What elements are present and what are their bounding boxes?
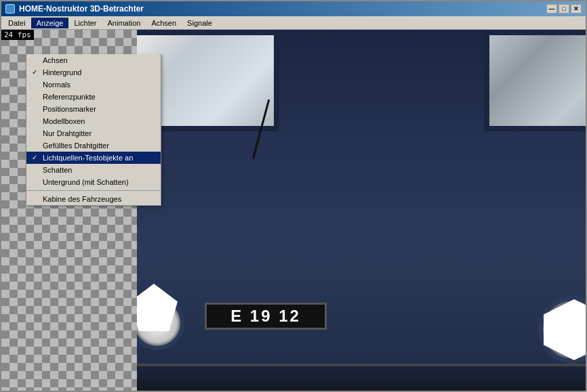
maximize-button[interactable]: □ <box>559 4 569 14</box>
number-plate-text: E 19 12 <box>230 307 301 326</box>
minimize-button[interactable]: — <box>546 4 557 14</box>
test-object-left-shape <box>137 284 178 331</box>
menu-datei[interactable]: Datei <box>3 18 31 28</box>
menu-item-positionsmarker[interactable]: Positionsmarker <box>26 103 161 115</box>
menu-item-nur-drahtgitter[interactable]: Nur Drahtgitter <box>26 127 161 139</box>
menu-item-referenzpunkte[interactable]: Referenzpunkte <box>26 91 161 103</box>
app-icon <box>5 4 15 14</box>
menu-item-achsen[interactable]: Achsen <box>26 54 161 66</box>
train-render-area: E 19 12 <box>137 30 586 391</box>
train-body: E 19 12 <box>137 30 586 391</box>
menu-item-hintergrund[interactable]: Hintergrund <box>26 66 161 79</box>
menu-item-kabine[interactable]: Kabine des Fahrzeuges <box>26 193 161 205</box>
main-window: HOME-Nostruktor 3D-Betrachter — □ ✕ Date… <box>0 0 587 392</box>
3d-viewport: E 19 12 Achsen Hintergrund Normals <box>1 30 586 391</box>
anzeige-dropdown-menu: Achsen Hintergrund Normals Referenzpunkt… <box>26 54 161 206</box>
test-object-left <box>137 284 178 331</box>
menu-achsen[interactable]: Achsen <box>146 18 182 28</box>
test-object-right <box>544 299 586 360</box>
menu-item-gefuelltes-drahtgitter[interactable]: Gefülltes Drahtgitter <box>26 139 161 152</box>
number-plate: E 19 12 <box>205 303 327 330</box>
dropdown-separator <box>26 190 161 191</box>
menu-anzeige[interactable]: Anzeige <box>31 18 69 28</box>
windshield-right <box>484 30 586 131</box>
viewport-wrapper: 24 fps <box>1 30 586 391</box>
fps-counter: 24 fps <box>1 30 34 40</box>
front-bumper <box>137 364 586 391</box>
menu-item-lichtquellen-testobjekte[interactable]: Lichtquellen-Testobjekte an <box>26 152 161 164</box>
titlebar-controls: — □ ✕ <box>546 4 582 14</box>
menu-item-schatten[interactable]: Schatten <box>26 164 161 176</box>
titlebar-title-group: HOME-Nostruktor 3D-Betrachter <box>5 4 144 14</box>
test-object-right-shape <box>544 299 586 360</box>
menu-animation[interactable]: Animation <box>102 18 146 28</box>
menubar: Datei Anzeige Lichter Animation Achsen S… <box>1 16 586 30</box>
menu-item-untergrund[interactable]: Untergrund (mit Schatten) <box>26 176 161 188</box>
menu-item-modellboxen[interactable]: Modellboxen <box>26 115 161 127</box>
titlebar: HOME-Nostruktor 3D-Betrachter — □ ✕ <box>1 1 586 16</box>
window-title: HOME-Nostruktor 3D-Betrachter <box>19 4 144 14</box>
menu-signale[interactable]: Signale <box>182 18 218 28</box>
menu-lichter[interactable]: Lichter <box>68 18 102 28</box>
close-button[interactable]: ✕ <box>571 4 582 14</box>
menu-item-normals[interactable]: Normals <box>26 79 161 91</box>
